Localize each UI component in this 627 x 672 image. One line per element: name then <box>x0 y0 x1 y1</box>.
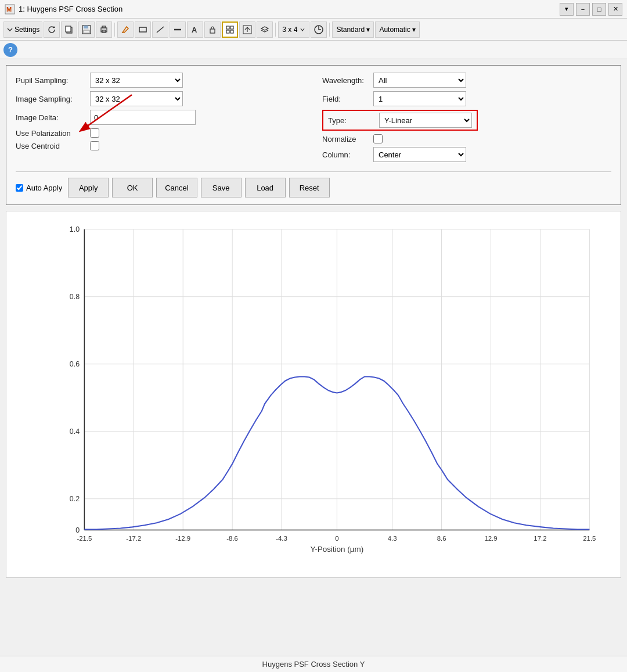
image-sampling-label: Image Sampling: <box>16 95 85 103</box>
automatic-dropdown[interactable]: Automatic ▾ <box>375 21 420 38</box>
settings-label: Settings <box>15 26 39 34</box>
svg-text:0: 0 <box>75 526 80 534</box>
type-select[interactable]: Y-Linear <box>379 113 472 128</box>
svg-rect-3 <box>66 26 71 32</box>
print-icon <box>99 25 109 34</box>
svg-text:-4.3: -4.3 <box>276 535 287 542</box>
save-image-button[interactable] <box>78 21 95 38</box>
image-delta-input[interactable] <box>90 110 196 125</box>
svg-text:-21.5: -21.5 <box>77 535 92 542</box>
layers-icon <box>260 25 269 34</box>
cancel-button[interactable]: Cancel <box>156 178 197 197</box>
wavelength-label: Wavelength: <box>322 76 369 85</box>
lock-icon <box>208 25 217 34</box>
svg-rect-10 <box>139 27 146 32</box>
image-delta-label: Image Delta: <box>16 113 85 122</box>
grid-size-dropdown[interactable]: 3 x 4 <box>278 21 309 38</box>
svg-text:12.9: 12.9 <box>484 535 497 542</box>
svg-rect-18 <box>230 30 233 33</box>
field-row: Field: 1 <box>322 91 611 106</box>
settings-chevron-icon <box>6 26 13 33</box>
line-button[interactable] <box>152 21 168 38</box>
copy-button[interactable] <box>61 21 77 38</box>
image-sampling-select[interactable]: 32 x 32 <box>90 91 183 106</box>
wavelength-row: Wavelength: All <box>322 73 611 88</box>
svg-text:-12.9: -12.9 <box>175 535 190 542</box>
close-btn[interactable]: ✕ <box>608 3 622 16</box>
type-highlight-box: Type: Y-Linear <box>322 110 478 131</box>
svg-text:Y-Position (µm): Y-Position (µm) <box>310 545 363 554</box>
settings-button[interactable]: Settings <box>3 21 42 38</box>
separator-2 <box>275 23 276 37</box>
standard-label: Standard ▾ <box>336 26 370 34</box>
grid-button[interactable] <box>222 21 238 38</box>
svg-text:1.0: 1.0 <box>70 225 80 233</box>
left-column: Pupil Sampling: 32 x 32 Image Sampling: … <box>16 73 305 166</box>
column-row: Column: Center <box>322 147 611 162</box>
svg-text:0.8: 0.8 <box>70 293 80 301</box>
wavelength-select[interactable]: All <box>373 73 466 88</box>
auto-apply-text: Auto Apply <box>26 184 62 192</box>
button-row: Auto Apply Apply OK Cancel Save Load Res… <box>16 178 611 197</box>
use-polarization-label: Use Polarization <box>16 129 85 138</box>
use-centroid-checkbox[interactable] <box>90 141 99 150</box>
minimize-btn[interactable]: − <box>576 3 590 16</box>
app-icon: M <box>5 4 15 15</box>
svg-text:A: A <box>192 26 197 34</box>
image-delta-row: Image Delta: <box>16 110 305 125</box>
svg-text:-17.2: -17.2 <box>126 535 141 542</box>
chart-area: Relative Irradiance At x = 0.0000 µm <box>6 211 621 650</box>
help-button[interactable]: ? <box>3 43 17 57</box>
lock-button[interactable] <box>204 21 221 38</box>
svg-rect-6 <box>84 30 89 33</box>
svg-rect-17 <box>226 30 229 33</box>
use-polarization-row: Use Polarization <box>16 128 305 138</box>
text-button[interactable]: A <box>187 21 203 38</box>
window-title: 1: Huygens PSF Cross Section <box>19 5 122 13</box>
title-bar: M 1: Huygens PSF Cross Section ▾ − □ ✕ <box>0 0 627 19</box>
svg-text:0.6: 0.6 <box>70 360 80 368</box>
pencil-icon <box>121 25 130 34</box>
field-select[interactable]: 1 <box>373 91 466 106</box>
dropdown-arrow-icon <box>300 27 305 33</box>
settings-content: Pupil Sampling: 32 x 32 Image Sampling: … <box>16 73 611 166</box>
type-label: Type: <box>328 116 374 125</box>
save-icon <box>82 25 91 34</box>
use-polarization-checkbox[interactable] <box>90 128 99 138</box>
reload-button[interactable] <box>311 21 327 38</box>
type-row: Type: Y-Linear <box>322 110 611 131</box>
svg-rect-9 <box>102 30 106 33</box>
apply-button[interactable]: Apply <box>68 178 109 197</box>
svg-rect-16 <box>230 26 233 29</box>
reset-button[interactable]: Reset <box>289 178 330 197</box>
field-label: Field: <box>322 95 369 103</box>
auto-apply-checkbox[interactable] <box>16 184 23 192</box>
normalize-checkbox[interactable] <box>373 134 383 143</box>
normalize-row: Normalize <box>322 134 611 143</box>
automatic-label: Automatic ▾ <box>379 26 416 34</box>
svg-text:8.6: 8.6 <box>437 535 446 542</box>
toolbar: Settings <box>0 19 627 41</box>
auto-apply-label[interactable]: Auto Apply <box>16 184 62 192</box>
print-button[interactable] <box>96 21 112 38</box>
maximize-btn[interactable]: □ <box>592 3 606 16</box>
rectangle-button[interactable] <box>135 21 151 38</box>
dash-button[interactable] <box>170 21 186 38</box>
reload-icon <box>314 24 324 35</box>
save-button[interactable]: Save <box>201 178 242 197</box>
pupil-sampling-select[interactable]: 32 x 32 <box>90 73 183 88</box>
column-select[interactable]: Center <box>373 147 466 162</box>
title-bar-controls: ▾ − □ ✕ <box>560 3 622 16</box>
svg-rect-14 <box>210 29 215 33</box>
refresh-button[interactable] <box>44 21 60 38</box>
load-button[interactable]: Load <box>245 178 286 197</box>
dropdown-btn[interactable]: ▾ <box>560 3 574 16</box>
ok-button[interactable]: OK <box>112 178 153 197</box>
svg-text:4.3: 4.3 <box>388 535 397 542</box>
standard-dropdown[interactable]: Standard ▾ <box>332 21 374 38</box>
chart-container: Relative Irradiance At x = 0.0000 µm <box>6 211 621 578</box>
pencil-button[interactable] <box>117 21 134 38</box>
layers-button[interactable] <box>257 21 273 38</box>
export-button[interactable] <box>239 21 255 38</box>
help-bar: ? <box>0 41 627 59</box>
